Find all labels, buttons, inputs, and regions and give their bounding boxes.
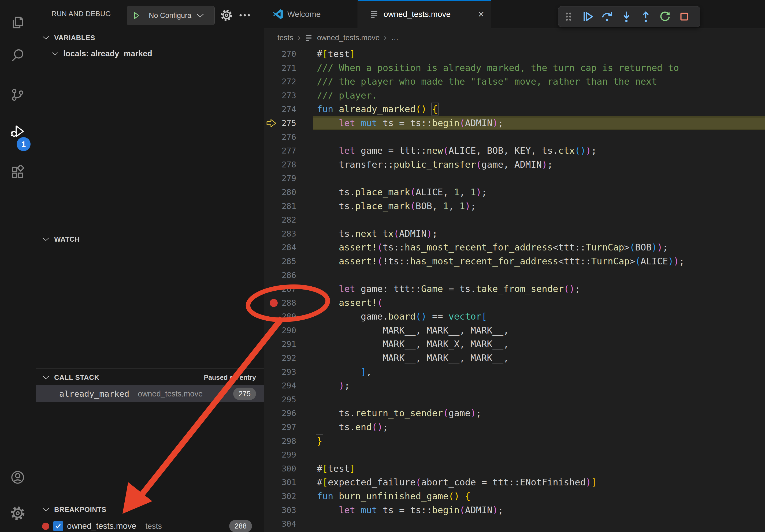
gutter[interactable]: 283 xyxy=(264,227,317,241)
gutter[interactable]: 299 xyxy=(264,448,317,462)
breakpoints-section-header[interactable]: BREAKPOINTS xyxy=(36,502,264,517)
step-over-button[interactable] xyxy=(600,9,615,24)
breadcrumb-item-file[interactable]: owned_tests.move xyxy=(317,34,380,42)
code-line-286[interactable]: 286 xyxy=(264,268,765,282)
code-text[interactable]: /// player. xyxy=(317,89,377,103)
code-text[interactable]: ts.end(); xyxy=(317,420,388,434)
code-text[interactable]: ts.return_to_sender(game); xyxy=(317,406,481,420)
gutter[interactable]: 290 xyxy=(264,324,317,338)
code-line-297[interactable]: 297 ts.end(); xyxy=(264,420,765,434)
code-text[interactable]: let mut ts = ts::begin(ADMIN); xyxy=(317,503,503,517)
code-line-294[interactable]: 294 ); xyxy=(264,379,765,393)
code-line-273[interactable]: 273/// player. xyxy=(264,89,765,103)
code-text[interactable]: assert!(ts::has_most_recent_for_address<… xyxy=(317,241,668,254)
code-text[interactable]: let game: ttt::Game = ts.take_from_sende… xyxy=(317,282,580,296)
watch-section-header[interactable]: WATCH xyxy=(36,232,264,246)
step-out-button[interactable] xyxy=(638,9,653,24)
code-line-300[interactable]: 300#[test] xyxy=(264,462,765,476)
gutter[interactable]: 281 xyxy=(264,199,317,213)
code-text[interactable]: MARK__, MARK_X, MARK__, xyxy=(317,337,509,351)
code-line-288[interactable]: 288 assert!( xyxy=(264,296,765,310)
gutter[interactable]: 296 xyxy=(264,406,317,420)
tab-owned-tests-move[interactable]: owned_tests.move × xyxy=(358,0,491,28)
code-line-277[interactable]: 277 let game = ttt::new(ALICE, BOB, KEY,… xyxy=(264,144,765,158)
code-line-296[interactable]: 296 ts.return_to_sender(game); xyxy=(264,406,765,420)
gutter[interactable]: 279 xyxy=(264,171,317,185)
code-line-301[interactable]: 301#[expected_failure(abort_code = ttt::… xyxy=(264,475,765,489)
code-text[interactable]: #[test] xyxy=(317,47,355,61)
gutter[interactable]: 287 xyxy=(264,282,317,296)
code-line-270[interactable]: 270#[test] xyxy=(264,47,765,61)
code-text[interactable]: #[test] xyxy=(317,462,355,476)
call-stack-section-header[interactable]: CALL STACK Paused on entry xyxy=(36,370,264,385)
toolbar-drag-handle[interactable] xyxy=(561,9,576,24)
gutter[interactable]: 278 xyxy=(264,158,317,172)
code-line-279[interactable]: 279 xyxy=(264,171,765,185)
run-and-debug-icon[interactable] xyxy=(10,124,25,139)
variables-section-header[interactable]: VARIABLES xyxy=(36,31,264,45)
code-line-287[interactable]: 287 let game: ttt::Game = ts.take_from_s… xyxy=(264,282,765,296)
step-into-button[interactable] xyxy=(619,9,634,24)
code-text[interactable]: #[expected_failure(abort_code = ttt::ENo… xyxy=(317,475,597,489)
code-line-299[interactable]: 299 xyxy=(264,448,765,462)
gutter[interactable]: 300 xyxy=(264,462,317,476)
gutter[interactable]: 304 xyxy=(264,517,317,531)
debug-config-dropdown[interactable]: No Configura xyxy=(127,6,215,25)
code-text[interactable]: fun burn_unfinished_game() { xyxy=(317,489,470,503)
extensions-icon[interactable] xyxy=(10,165,25,180)
code-line-291[interactable]: 291 MARK__, MARK_X, MARK__, xyxy=(264,337,765,351)
gutter[interactable]: 295 xyxy=(264,393,317,406)
gutter[interactable]: 270 xyxy=(264,47,317,61)
start-debug-icon[interactable] xyxy=(131,11,141,20)
code-text[interactable]: let mut ts = ts::begin(ADMIN); xyxy=(317,116,503,130)
gutter[interactable]: 289 xyxy=(264,310,317,324)
gutter[interactable]: 297 xyxy=(264,420,317,434)
search-icon[interactable] xyxy=(10,48,25,63)
code-text[interactable]: ts.place_mark(BOB, 1, 1); xyxy=(317,199,476,213)
code-line-285[interactable]: 285 assert!(!ts::has_most_recent_for_add… xyxy=(264,254,765,268)
gutter[interactable]: 280 xyxy=(264,185,317,199)
source-control-icon[interactable] xyxy=(10,87,25,102)
code-line-282[interactable]: 282 xyxy=(264,213,765,227)
tab-welcome[interactable]: Welcome xyxy=(264,0,358,28)
code-line-304[interactable]: 304 xyxy=(264,517,765,531)
account-icon[interactable] xyxy=(10,470,25,485)
call-stack-frame-row[interactable]: already_marked owned_tests.move 275 xyxy=(36,385,264,402)
gutter[interactable]: 273 xyxy=(264,89,317,103)
code-line-281[interactable]: 281 ts.place_mark(BOB, 1, 1); xyxy=(264,199,765,213)
code-text[interactable]: /// When a position is already marked, t… xyxy=(317,61,679,75)
code-text[interactable]: game.board() == vector[ xyxy=(317,310,487,324)
code-line-302[interactable]: 302fun burn_unfinished_game() { xyxy=(264,489,765,503)
breakpoint-dot-icon[interactable] xyxy=(270,299,278,307)
gutter[interactable]: 291 xyxy=(264,337,317,351)
gutter[interactable]: 282 xyxy=(264,213,317,227)
code-line-283[interactable]: 283 ts.next_tx(ADMIN); xyxy=(264,227,765,241)
code-text[interactable]: ts.next_tx(ADMIN); xyxy=(317,227,437,241)
breakpoint-item-row[interactable]: owned_tests.move tests 288 xyxy=(36,519,264,532)
breadcrumb-item-tests[interactable]: tests xyxy=(278,34,293,42)
gutter[interactable]: 277 xyxy=(264,144,317,158)
explorer-icon[interactable] xyxy=(10,15,25,30)
close-tab-icon[interactable]: × xyxy=(478,9,484,19)
code-line-303[interactable]: 303 let mut ts = ts::begin(ADMIN); xyxy=(264,503,765,517)
code-text[interactable]: assert!( xyxy=(317,296,383,310)
breakpoint-checkbox[interactable] xyxy=(53,521,63,531)
code-text[interactable]: fun already_marked() { xyxy=(317,102,437,116)
gutter[interactable]: 285 xyxy=(264,254,317,268)
gutter[interactable]: 288 xyxy=(264,296,317,310)
gutter[interactable]: 294 xyxy=(264,379,317,393)
settings-gear-icon[interactable] xyxy=(10,506,25,521)
code-line-292[interactable]: 292 MARK__, MARK__, MARK__, xyxy=(264,351,765,365)
more-actions-icon[interactable] xyxy=(239,9,251,21)
gutter[interactable]: 272 xyxy=(264,75,317,89)
continue-button[interactable] xyxy=(580,9,595,24)
gutter[interactable]: 301 xyxy=(264,475,317,489)
gutter[interactable]: 292 xyxy=(264,351,317,365)
gutter[interactable]: 284 xyxy=(264,241,317,254)
code-line-293[interactable]: 293 ], xyxy=(264,365,765,379)
code-line-274[interactable]: 274fun already_marked() { xyxy=(264,102,765,116)
restart-button[interactable] xyxy=(657,9,672,24)
gutter[interactable]: 274 xyxy=(264,102,317,116)
code-editor[interactable]: 270#[test]271/// When a position is alre… xyxy=(264,47,765,532)
code-text[interactable]: assert!(!ts::has_most_recent_for_address… xyxy=(317,254,685,268)
